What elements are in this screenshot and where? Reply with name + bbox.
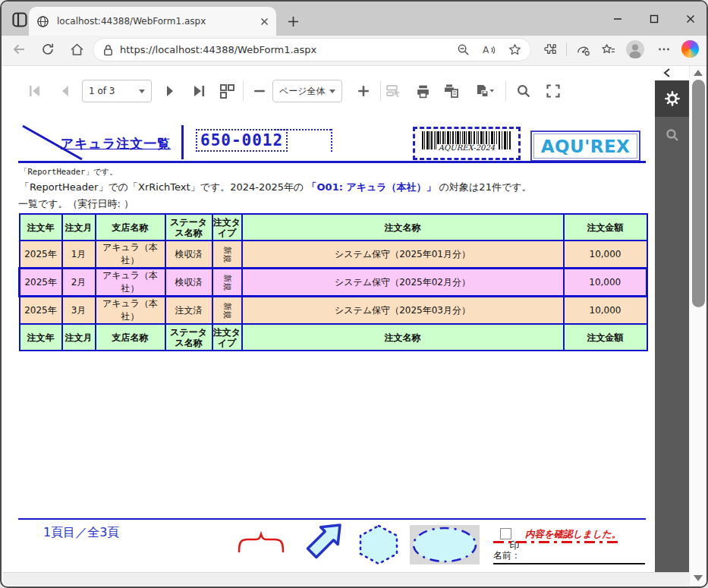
extensions-icon[interactable] — [542, 41, 559, 58]
last-page-button[interactable] — [188, 80, 209, 102]
col-header-name: 注文名称 — [242, 214, 564, 241]
name-signature-line — [493, 563, 645, 564]
multipage-view-button[interactable] — [216, 80, 238, 102]
browser-essentials-icon[interactable] — [574, 41, 591, 58]
print-button[interactable] — [412, 80, 433, 102]
logo-text: AQU'REX — [541, 137, 631, 156]
intro-line-2-post: の対象は21件です。 — [436, 181, 532, 193]
page-number-label: 1頁目／全3頁 — [43, 525, 119, 541]
more-options-icon[interactable] — [656, 41, 672, 58]
previous-page-button[interactable] — [55, 80, 77, 102]
address-bar[interactable]: https://localhost:44388/WebForm1.aspx A — [93, 38, 531, 61]
navbar-divider — [566, 42, 567, 56]
cell-month: 1月 — [62, 241, 96, 269]
col-header-type: 注文タイプ — [212, 214, 242, 241]
cell-amount: 10,000 — [564, 269, 647, 297]
col-header-year: 注文年 — [20, 214, 62, 241]
barcode: AQUREX-2024 — [413, 127, 521, 160]
zoom-selector[interactable]: ページ全体 — [272, 80, 342, 102]
minimize-button[interactable] — [606, 8, 630, 30]
scroll-down-icon[interactable] — [694, 575, 703, 581]
highlight-editing-fields-button — [383, 80, 404, 102]
zoom-in-button[interactable] — [353, 80, 374, 102]
intro-line-2-highlight: 「O01: アキュラ（本社）」 — [307, 181, 436, 193]
confirm-checkbox[interactable] — [500, 528, 511, 539]
next-page-button[interactable] — [159, 80, 180, 102]
collections-star-icon[interactable] — [599, 41, 616, 58]
cell-year: 2025年 — [20, 297, 62, 325]
col-header-status: ステータス名称 — [165, 214, 212, 241]
profile-avatar[interactable] — [626, 40, 644, 58]
viewer-side-panel — [655, 80, 689, 586]
workspaces-icon[interactable] — [11, 11, 29, 29]
cell-branch: アキュラ（本社） — [96, 241, 165, 269]
table-row: 2025年 3月 アキュラ（本社） 注文済 新規 システム保守（2025年03月… — [20, 297, 647, 325]
cell-amount: 10,000 — [564, 241, 647, 269]
panel-search-icon[interactable] — [655, 117, 689, 153]
cell-type-rotated-text: 新規 — [222, 274, 233, 291]
first-page-button[interactable] — [24, 80, 46, 102]
chevron-down-icon — [329, 90, 335, 93]
lock-icon — [102, 44, 114, 56]
table-header-row: 注文年 注文月 支店名称 ステータス名称 注文タイプ 注文名称 注文金額 — [20, 214, 647, 241]
fullscreen-button[interactable] — [543, 80, 564, 102]
col-header-month: 注文月 — [62, 214, 96, 241]
postal-box-extension — [329, 129, 332, 152]
address-url: https://localhost:44388/WebForm1.aspx — [120, 44, 451, 55]
tab-title: localhost:44388/WebForm1.aspx — [57, 16, 260, 27]
toolbar-divider — [243, 81, 244, 101]
export-button[interactable] — [471, 80, 497, 102]
print-page-button[interactable] — [441, 80, 462, 102]
cell-name: システム保守（2025年02月分） — [242, 269, 564, 297]
home-icon[interactable] — [68, 41, 85, 58]
back-icon[interactable] — [11, 41, 27, 58]
cell-month: 3月 — [62, 297, 96, 325]
zoom-out-button[interactable] — [249, 80, 270, 102]
intro-line-2: 「ReportHeader」での「XrRichText」です。2024-2025… — [20, 181, 634, 194]
table-row: 2025年 1月 アキュラ（本社） 検収済 新規 システム保守（2025年01月… — [20, 241, 647, 269]
collapse-panel-icon[interactable] — [660, 67, 674, 79]
col-header-amount: 注文金額 — [564, 214, 647, 241]
cell-type: 新規 — [212, 241, 242, 269]
report-title: アキュラ注文一覧 — [53, 135, 178, 153]
copilot-icon[interactable] — [681, 40, 699, 58]
cell-status: 検収済 — [165, 269, 212, 297]
footer-rule — [18, 518, 646, 520]
close-button[interactable] — [678, 8, 703, 30]
zoom-out-page-icon[interactable] — [457, 43, 470, 56]
toolbar-divider — [380, 81, 381, 101]
toolbar-divider — [505, 81, 506, 101]
scrollbar-thumb[interactable] — [692, 80, 705, 307]
cell-branch: アキュラ（本社） — [96, 297, 165, 325]
cell-type-rotated-text: 新規 — [222, 302, 233, 319]
company-logo: AQU'REX — [530, 130, 640, 162]
browser-window: localhost:44388/WebForm1.aspx https://lo… — [0, 0, 708, 588]
logo-inner-border: AQU'REX — [533, 134, 637, 159]
col-header-name: 注文名称 — [242, 324, 564, 351]
refresh-icon[interactable] — [39, 41, 56, 58]
ellipse-stamp: 印 — [410, 525, 480, 564]
name-label: 名前： — [493, 549, 521, 562]
parameters-gear-button[interactable] — [655, 80, 689, 117]
cell-type: 新規 — [212, 297, 242, 325]
cell-amount: 10,000 — [564, 297, 647, 325]
browser-tab[interactable]: localhost:44388/WebForm1.aspx — [29, 7, 276, 36]
search-button[interactable] — [513, 80, 534, 102]
cell-name: システム保守（2025年03月分） — [242, 297, 564, 325]
globe-favicon-icon — [36, 15, 49, 28]
cell-status: 検収済 — [165, 241, 212, 269]
zoom-selector-value: ページ全体 — [279, 85, 326, 98]
read-aloud-icon[interactable]: A — [482, 44, 496, 56]
page-selector[interactable]: 1 of 3 — [82, 80, 152, 102]
col-header-amount: 注文金額 — [564, 324, 647, 351]
hexagon-stamp: 印 — [357, 524, 401, 566]
cell-name: システム保守（2025年01月分） — [242, 241, 564, 269]
favorite-star-icon[interactable] — [508, 43, 521, 56]
viewer-bottom-strip — [3, 572, 689, 586]
tab-close-icon[interactable] — [260, 17, 269, 26]
scroll-up-icon[interactable] — [694, 70, 703, 76]
table-footer-header-row: 注文年 注文月 支店名称 ステータス名称 注文タイプ 注文名称 注文金額 — [20, 324, 647, 351]
maximize-button[interactable] — [642, 8, 666, 30]
red-brace-shape — [237, 531, 285, 557]
new-tab-button[interactable] — [284, 12, 302, 30]
